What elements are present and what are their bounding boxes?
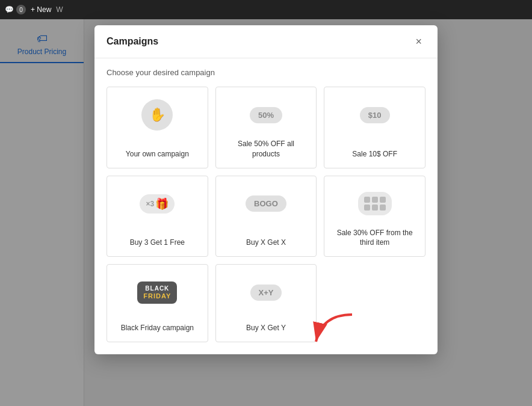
notification-item[interactable]: 💬 0 xyxy=(5,5,26,14)
top-bar: 💬 0 + New W xyxy=(0,0,532,19)
gift-icon: ×3 🎁 xyxy=(140,194,175,214)
campaign-card-sale50[interactable]: 50% Sale 50% OFF all products xyxy=(215,87,317,168)
campaign-grid-row1: ✋ Your own campaign 50% Sale 50% OFF all… xyxy=(107,87,425,168)
campaign-card-own[interactable]: ✋ Your own campaign xyxy=(107,87,208,168)
modal-title: Campaigns xyxy=(107,36,158,47)
x3-text: ×3 xyxy=(146,200,154,208)
campaigns-modal: Campaigns × Choose your desired campaign… xyxy=(94,25,438,354)
campaign-card-buyxgety[interactable]: X+Y Buy X Get Y xyxy=(215,264,317,342)
grid-icon xyxy=(358,192,392,215)
campaign-grid-row2: ×3 🎁 Buy 3 Get 1 Free BOGO Buy X Get X xyxy=(107,176,425,257)
campaign-icon-own: ✋ xyxy=(136,97,178,133)
campaign-card-sale30[interactable]: Sale 30% OFF from the third item xyxy=(324,176,425,257)
campaign-icon-buy3get1: ×3 🎁 xyxy=(136,186,178,222)
campaign-label-sale10: Sale 10$ OFF xyxy=(352,149,397,159)
grid-cell-3 xyxy=(380,197,386,203)
new-button[interactable]: + New xyxy=(31,5,51,14)
blackfriday-badge: BLACK FRIDAY xyxy=(137,281,177,304)
campaign-label-blackfriday: Black Friday campaign xyxy=(121,323,194,333)
grid-cell-2 xyxy=(372,197,378,203)
notification-badge: 0 xyxy=(16,5,26,14)
campaign-icon-bogo: BOGO xyxy=(245,186,287,222)
modal-subtitle: Choose your desired campaign xyxy=(107,68,425,77)
campaign-card-bogo[interactable]: BOGO Buy X Get X xyxy=(215,176,317,257)
modal-overlay[interactable]: Campaigns × Choose your desired campaign… xyxy=(0,19,532,406)
red-arrow-indicator xyxy=(310,312,358,348)
campaign-label-sale50: Sale 50% OFF all products xyxy=(223,139,309,159)
campaign-icon-sale30 xyxy=(354,186,396,222)
bogo-badge: BOGO xyxy=(246,195,286,212)
sale50-badge: 50% xyxy=(250,107,282,123)
grid-cell-6 xyxy=(380,205,386,211)
grid-cell-1 xyxy=(364,197,370,203)
campaign-label-bogo: Buy X Get X xyxy=(246,238,286,248)
campaign-card-blackfriday[interactable]: BLACK FRIDAY Black Friday campaign xyxy=(107,264,208,342)
bf-black-text: BLACK xyxy=(145,285,169,292)
modal-body: Choose your desired campaign ✋ Your own … xyxy=(94,58,438,354)
campaign-label-own: Your own campaign xyxy=(126,149,189,159)
campaign-label-sale30: Sale 30% OFF from the third item xyxy=(332,228,418,248)
xyplus-badge: X+Y xyxy=(250,285,282,301)
campaign-label-buy3get1: Buy 3 Get 1 Free xyxy=(130,238,185,248)
campaign-card-sale10[interactable]: $10 Sale 10$ OFF xyxy=(324,87,425,168)
grid-cell-4 xyxy=(364,205,370,211)
modal-header: Campaigns × xyxy=(94,25,438,58)
campaign-icon-sale50: 50% xyxy=(245,97,287,133)
bf-friday-text: FRIDAY xyxy=(143,292,171,300)
modal-close-button[interactable]: × xyxy=(412,35,425,48)
sale10-badge: $10 xyxy=(360,107,390,123)
grid-cell-5 xyxy=(372,205,378,211)
chat-icon: 💬 xyxy=(5,5,14,14)
campaign-grid-row3: BLACK FRIDAY Black Friday campaign X+Y B… xyxy=(107,264,425,342)
campaign-card-buy3get1[interactable]: ×3 🎁 Buy 3 Get 1 Free xyxy=(107,176,208,257)
campaign-icon-buyxgety: X+Y xyxy=(245,274,287,310)
tab-indicator[interactable]: W xyxy=(56,5,63,14)
gift-symbol: 🎁 xyxy=(155,197,169,211)
campaign-icon-blackfriday: BLACK FRIDAY xyxy=(136,274,178,310)
campaign-icon-sale10: $10 xyxy=(354,97,396,133)
hand-icon: ✋ xyxy=(141,99,173,131)
campaign-label-buyxgety: Buy X Get Y xyxy=(246,323,286,333)
